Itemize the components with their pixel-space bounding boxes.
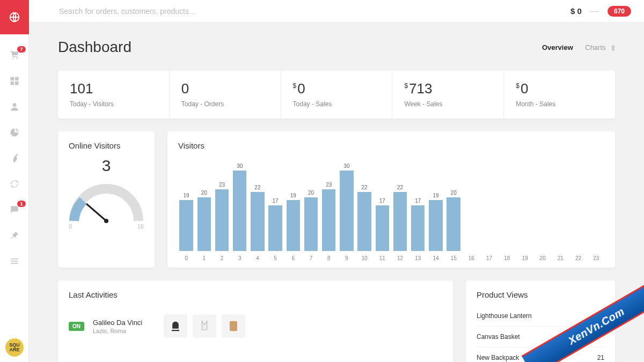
product-thumb[interactable] [193,314,216,338]
xaxis-tick: 7 [303,255,319,261]
sidebar-item-menu[interactable] [9,255,20,267]
sidebar-item-sync[interactable] [9,178,20,190]
visitors-card: Visitors 1920233022171920233022172217192… [167,131,615,268]
main-content: Dashboard Overview Charts ▮ 101Today - V… [29,23,644,362]
sync-icon [9,179,20,189]
xaxis-tick: 16 [463,255,479,261]
bookmark-icon[interactable]: ▮ [611,43,615,51]
logo-tile[interactable] [0,0,29,34]
card-title-online: Online Visitors [69,141,144,150]
xaxis-tick: 6 [285,255,301,261]
xaxis-tick: 5 [267,255,283,261]
topbar-badge[interactable]: 670 [608,6,631,17]
xaxis-tick: 13 [410,255,426,261]
activity-row[interactable]: ON Galileo Da VinciLazio, Roma [69,306,442,346]
sidebar-item-pins[interactable] [9,230,20,241]
xaxis-tick: 8 [321,255,337,261]
bar-col: 20 [445,190,462,251]
card-title-pv: Product Views [477,290,604,299]
svg-rect-1 [10,77,14,81]
sidebar-item-dashboard[interactable] [9,75,20,87]
stat-card: $713Week - Sales [392,71,504,119]
bar-col: 30 [339,163,355,251]
topbar-money: $ 0 [570,6,582,16]
sidebar-item-marketing[interactable] [9,152,20,164]
bar-col: 17 [374,198,390,251]
xaxis-tick: 12 [392,255,408,261]
xaxis-tick: 11 [374,255,390,261]
gauge: 0 16 [69,183,144,230]
square-logo-badge: SQUARE [5,338,24,357]
menu-icon [9,256,20,267]
svg-rect-2 [14,77,18,81]
xaxis-tick: 21 [552,255,568,261]
svg-rect-4 [14,82,18,85]
xaxis-tick: 20 [535,255,551,261]
stat-card: 0Today - Orders [170,71,281,119]
tab-overview[interactable]: Overview [542,43,573,51]
tab-charts[interactable]: Charts [585,43,605,51]
xaxis-tick: 10 [356,255,372,261]
chat-badge: 1 [17,201,25,207]
grid-icon [9,76,20,86]
stats-row: 101Today - Visitors0Today - Orders$0Toda… [58,71,615,119]
pie-icon [9,127,20,138]
card-title-activities: Last Activities [69,290,442,299]
divider: — [590,6,599,16]
xaxis-tick: 3 [232,255,248,261]
bar-col: 23 [321,182,337,251]
bar-col: 22 [356,184,372,251]
page-title: Dashboard [58,39,131,56]
sidebar-item-cart[interactable]: 7 [9,49,20,61]
xaxis-tick: 15 [445,255,462,261]
user-icon [9,101,20,112]
stat-card: 101Today - Visitors [58,71,170,119]
gauge-max: 16 [137,223,144,230]
xaxis-tick: 9 [339,255,355,261]
online-value: 3 [69,157,144,175]
visitors-xaxis: 01234567891011121314151617181920212223 [178,255,604,261]
svg-rect-3 [10,82,14,85]
xaxis-tick: 18 [499,255,515,261]
page-tabs: Overview Charts ▮ [532,42,615,52]
xaxis-tick: 0 [178,255,194,261]
visitors-bars: 19202330221719202330221722171920 [178,160,604,251]
bar-col: 20 [196,190,212,251]
stat-card: $0Today - Sales [281,71,393,119]
sidebar-item-users[interactable] [9,101,20,113]
xaxis-tick: 14 [428,255,444,261]
xaxis-tick: 2 [214,255,230,261]
bar-col: 22 [250,184,266,251]
xaxis-tick: 22 [570,255,586,261]
search-input[interactable] [59,7,570,16]
bar-col: 23 [214,182,230,251]
product-thumb[interactable] [164,314,187,338]
svg-rect-11 [230,321,237,331]
cart-badge: 7 [17,46,25,53]
gauge-min: 0 [69,223,72,230]
bar-col: 19 [178,193,194,251]
activities-card: Last Activities ON Galileo Da VinciLazio… [58,280,453,362]
pin-icon [9,230,20,241]
xaxis-tick: 17 [481,255,497,261]
carrot-icon [9,153,20,164]
xaxis-tick: 19 [517,255,533,261]
status-badge: ON [69,322,84,331]
xaxis-tick: 4 [250,255,266,261]
sidebar-item-analytics[interactable] [9,127,20,138]
card-title-visitors: Visitors [178,141,604,150]
stat-card: $0Month - Sales [504,71,615,119]
svg-point-10 [104,219,108,223]
bar-col: 20 [303,190,319,251]
product-thumb[interactable] [222,314,245,338]
bar-col: 19 [285,193,301,251]
globe-icon [9,11,20,23]
bar-col: 19 [428,193,444,251]
svg-point-5 [12,103,16,107]
sidebar-item-chat[interactable]: 1 [9,204,20,216]
bar-col: 22 [392,184,408,251]
bar-col: 17 [267,198,283,251]
bar-col: 30 [232,163,248,251]
xaxis-tick: 23 [588,255,604,261]
svg-line-9 [86,204,106,221]
